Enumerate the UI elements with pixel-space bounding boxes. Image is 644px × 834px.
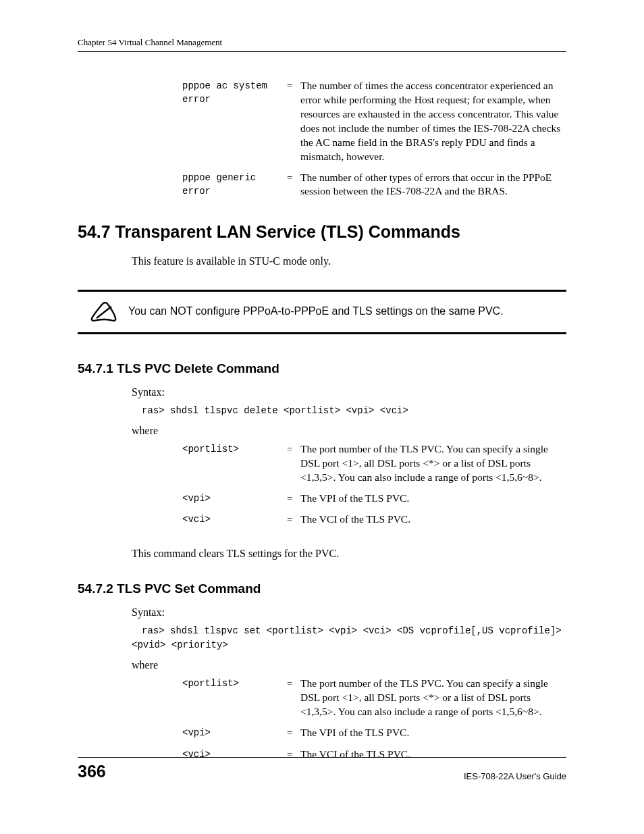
def-eq: = (287, 171, 300, 199)
def-row: <portlist> = The port number of the TLS … (182, 442, 566, 485)
guide-name: IES-708-22A User's Guide (464, 771, 566, 781)
code-line: ras> shdsl tlspvc set <portlist> <vpi> <… (142, 624, 566, 638)
def-term: <vci> (182, 513, 287, 527)
code-line: ras> shdsl tlspvc delete <portlist> <vpi… (142, 404, 566, 418)
def-desc: The port number of the TLS PVC. You can … (300, 677, 566, 719)
def-eq: = (287, 726, 300, 741)
def-desc: The VPI of the TLS PVC. (300, 726, 566, 741)
note-icon (78, 301, 128, 323)
def-eq: = (287, 513, 300, 527)
def-term: <portlist> (182, 677, 287, 719)
chapter-header: Chapter 54 Virtual Channel Management (78, 37, 566, 52)
section-heading-5472: 54.7.2 TLS PVC Set Command (78, 581, 566, 596)
def-term: <vpi> (182, 492, 287, 506)
where-label: where (132, 659, 566, 671)
def-term: <vpi> (182, 726, 287, 741)
section-closing: This command clears TLS settings for the… (132, 546, 566, 561)
def-desc: The port number of the TLS PVC. You can … (300, 442, 566, 485)
note-block: You can NOT configure PPPoA-to-PPPoE and… (78, 290, 566, 334)
definition-table-5472: <portlist> = The port number of the TLS … (182, 677, 566, 762)
def-eq: = (287, 492, 300, 506)
def-desc: The number of other types of errors that… (300, 171, 566, 199)
definition-table-5471: <portlist> = The port number of the TLS … (182, 442, 566, 527)
document-page: Chapter 54 Virtual Channel Management pp… (0, 0, 644, 802)
section-heading-5471: 54.7.1 TLS PVC Delete Command (78, 361, 566, 376)
code-line: <pvid> <priority> (132, 638, 566, 652)
definition-table-top: pppoe ac system error = The number of ti… (182, 79, 566, 199)
note-text: You can NOT configure PPPoA-to-PPPoE and… (128, 305, 566, 319)
def-row: <vpi> = The VPI of the TLS PVC. (182, 726, 566, 741)
def-row: pppoe generic error = The number of othe… (182, 171, 566, 199)
syntax-label: Syntax: (132, 606, 566, 619)
page-footer: 366 IES-708-22A User's Guide (78, 757, 566, 781)
syntax-label: Syntax: (132, 386, 566, 398)
def-desc: The VCI of the TLS PVC. (300, 513, 566, 527)
def-desc: The VPI of the TLS PVC. (300, 492, 566, 506)
section-heading-547: 54.7 Transparent LAN Service (TLS) Comma… (78, 222, 566, 242)
def-eq: = (287, 79, 300, 164)
page-number: 366 (78, 762, 106, 781)
section-intro: This feature is available in STU-C mode … (132, 254, 566, 269)
where-label: where (132, 425, 566, 437)
def-eq: = (287, 677, 300, 719)
def-term: pppoe generic error (182, 171, 287, 199)
def-desc: The number of times the access concentra… (300, 79, 566, 164)
def-term: pppoe ac system error (182, 79, 287, 164)
def-row: <vci> = The VCI of the TLS PVC. (182, 513, 566, 527)
def-eq: = (287, 442, 300, 485)
def-row: <portlist> = The port number of the TLS … (182, 677, 566, 719)
def-row: pppoe ac system error = The number of ti… (182, 79, 566, 164)
def-term: <portlist> (182, 442, 287, 485)
def-row: <vpi> = The VPI of the TLS PVC. (182, 492, 566, 506)
